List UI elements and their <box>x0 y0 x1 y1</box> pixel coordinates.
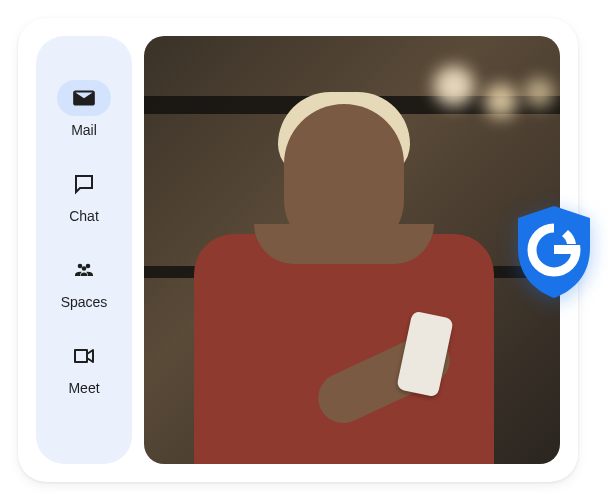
sidebar-item-mail[interactable]: Mail <box>57 80 111 138</box>
svg-rect-4 <box>554 245 580 254</box>
svg-point-0 <box>78 264 83 269</box>
person-illustration <box>174 84 494 464</box>
sidebar-item-label: Mail <box>71 122 97 138</box>
app-card: Mail Chat Spaces Meet <box>18 18 578 482</box>
spaces-icon <box>57 252 111 288</box>
google-shield-badge <box>512 204 596 300</box>
meet-icon <box>57 338 111 374</box>
mail-icon <box>57 80 111 116</box>
sidebar: Mail Chat Spaces Meet <box>36 36 132 464</box>
sidebar-item-chat[interactable]: Chat <box>57 166 111 224</box>
svg-point-2 <box>82 266 87 271</box>
sidebar-item-label: Spaces <box>61 294 108 310</box>
chat-icon <box>57 166 111 202</box>
hero-photo <box>144 36 560 464</box>
sidebar-item-spaces[interactable]: Spaces <box>57 252 111 310</box>
sidebar-item-meet[interactable]: Meet <box>57 338 111 396</box>
sidebar-item-label: Chat <box>69 208 99 224</box>
svg-point-1 <box>86 264 91 269</box>
sidebar-item-label: Meet <box>68 380 99 396</box>
